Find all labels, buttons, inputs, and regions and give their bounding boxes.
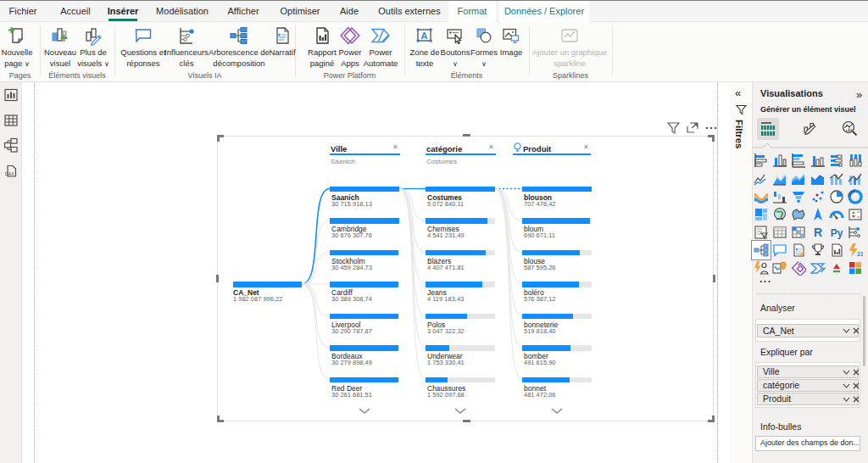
svg-text:23: 23 xyxy=(857,251,863,257)
svg-text:Py: Py xyxy=(830,226,843,238)
svg-text:R: R xyxy=(813,226,821,239)
svg-text:A: A xyxy=(421,31,428,41)
svg-text:DAX: DAX xyxy=(5,171,14,176)
